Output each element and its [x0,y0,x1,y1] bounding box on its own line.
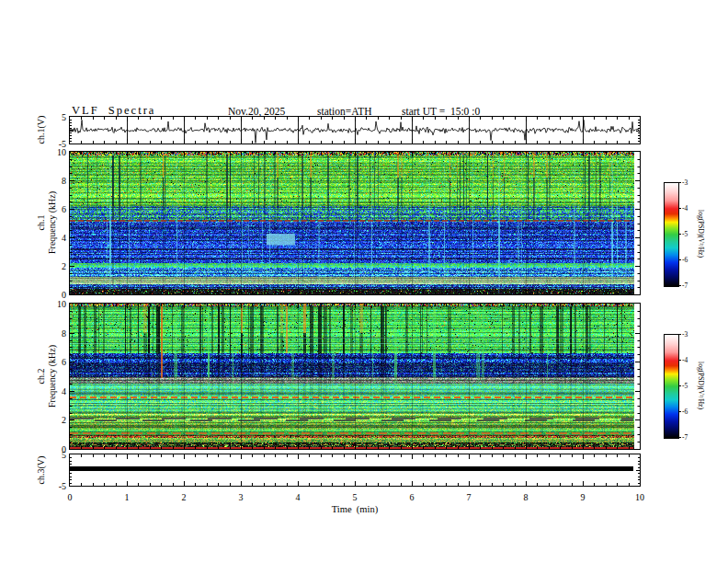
colorbar-tick-label: -6 [682,408,688,416]
colorbar-ch1 [664,182,679,287]
x-axis-tick-label: 6 [410,492,415,502]
ch2-freq-tick-label: 6 [62,357,66,367]
ch2-freq-tick-label: 10 [57,299,66,309]
ch1-wave-ylabel: ch.1(V) [36,116,47,144]
x-axis-tick-label: 8 [524,492,529,502]
x-axis-tick-label: 3 [239,492,244,502]
colorbar-tick-mark [678,208,681,209]
colorbar-tick-label: -7 [682,433,688,442]
colorbar-tick-mark [678,437,681,438]
colorbar-tick-label: -5 [682,230,688,238]
ch3-volt-tick-label: -5 [59,481,66,491]
colorbar-tick-label: -7 [682,282,688,290]
colorbar-tick-mark [678,411,681,412]
ch1-spec-ylabel: ch.1 Frequency (kHz) [36,191,58,254]
colorbar-tick-mark [678,334,681,335]
colorbar-tick-mark [678,234,681,235]
colorbar-tick-mark [678,285,681,286]
vlf-spectra-figure: VLF Spectra Nov.20, 2025 station=ATH sta… [0,0,728,563]
colorbar-tick-label: -3 [682,178,688,187]
colorbar-tick-mark [678,259,681,260]
ch1-freq-tick-label: 2 [62,261,66,271]
ch2-freq-tick-label: 4 [62,385,66,396]
ch1-freq-tick-label: 8 [62,176,66,186]
x-axis-tick-label: 0 [68,492,73,502]
ch1-volt-tick-label: -5 [59,139,66,149]
ch1-freq-tick-label: 6 [62,204,66,214]
colorbar-tick-mark [678,385,681,386]
x-axis-tick-label: 10 [635,492,644,502]
x-axis-tick-label: 5 [353,492,358,502]
x-axis-tick-label: 2 [182,492,187,502]
ch1-waveform-plot [69,116,641,144]
ch2-spectrogram-plot [69,303,641,450]
colorbar-tick-label: -4 [682,204,688,213]
colorbar-ch1-label: log(PSD)(V²/Hz) [697,210,705,258]
colorbar-ch2 [664,334,679,439]
ch2-freq-tick-label: 2 [62,415,66,425]
x-axis-tick-label: 4 [296,492,301,502]
ch3-waveform-plot [69,454,641,487]
ch3-wave-ylabel: ch.3(V) [36,456,47,485]
colorbar-tick-label: -3 [682,330,688,339]
colorbar-ch2-label: log(PSD)(V²/Hz) [697,362,705,409]
x-axis-tick-label: 1 [125,492,130,502]
colorbar-tick-label: -5 [682,382,688,390]
x-axis-title: Time (min) [332,504,378,514]
colorbar-tick-label: -4 [682,356,688,364]
ch1-spectrogram-plot [69,151,641,295]
x-axis-tick-label: 9 [581,492,586,502]
ch3-volt-tick-label: 5 [62,450,66,460]
colorbar-tick-mark [678,360,681,361]
ch1-freq-tick-label: 4 [62,233,66,243]
colorbar-tick-label: -6 [682,256,688,264]
x-axis-tick-label: 7 [467,492,472,502]
ch2-spec-ylabel: ch.2 Frequency (kHz) [36,345,58,408]
colorbar-tick-mark [678,182,681,183]
ch1-volt-tick-label: 5 [62,112,66,122]
ch2-freq-tick-label: 8 [62,327,66,338]
